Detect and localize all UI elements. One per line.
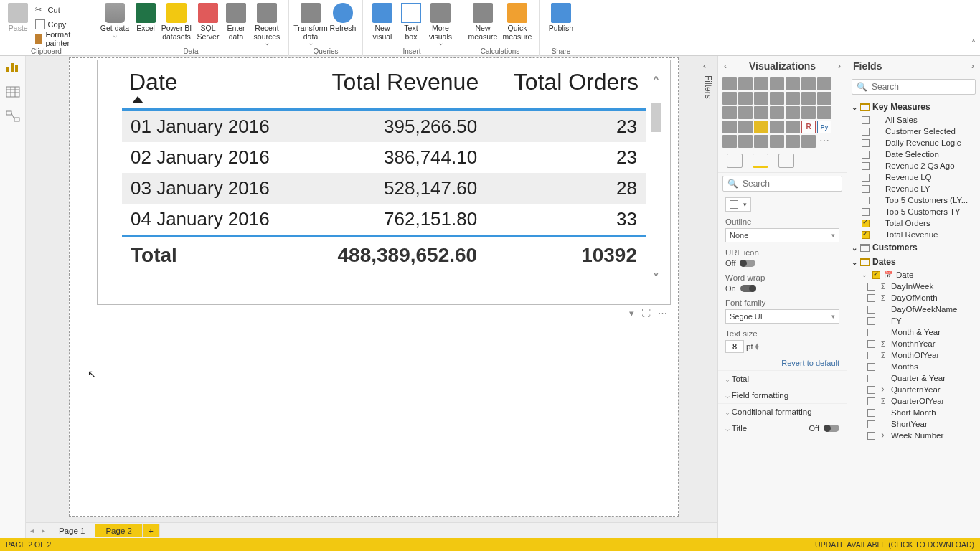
- key-influencers-icon[interactable]: [722, 135, 737, 148]
- 100-column-icon[interactable]: [801, 77, 816, 90]
- field-item[interactable]: ΣMonthnYear: [852, 338, 976, 349]
- chevron-right-icon[interactable]: ›: [838, 61, 841, 71]
- field-item[interactable]: ΣQuarternYear: [852, 384, 976, 395]
- table-row[interactable]: 01 January 2016395,266.5023: [122, 111, 646, 142]
- checkbox[interactable]: [867, 432, 875, 440]
- field-item[interactable]: All Sales: [852, 114, 976, 126]
- r-visual-icon[interactable]: R: [801, 121, 816, 133]
- clustered-column-icon[interactable]: [770, 77, 784, 90]
- scroll-up-icon[interactable]: ˄: [652, 75, 660, 93]
- py-visual-icon[interactable]: Py: [817, 121, 831, 133]
- checkbox[interactable]: [867, 363, 875, 371]
- url-icon-toggle[interactable]: Off: [725, 259, 839, 268]
- font-family-dropdown[interactable]: Segoe UI▾: [725, 309, 839, 324]
- multi-card-icon[interactable]: [738, 121, 753, 133]
- text-box-button[interactable]: Text box: [397, 1, 425, 41]
- filled-map-icon[interactable]: [801, 106, 816, 119]
- update-available-link[interactable]: UPDATE AVAILABLE (CLICK TO DOWNLOAD): [815, 540, 974, 549]
- total-section[interactable]: ⌵ Total: [718, 370, 847, 387]
- analytics-icon[interactable]: [778, 154, 794, 168]
- checkbox[interactable]: [867, 352, 875, 359]
- field-item[interactable]: ΣWeek Number: [852, 430, 976, 441]
- qa-icon[interactable]: [754, 135, 768, 148]
- title-section[interactable]: ⌵ TitleOff: [718, 420, 847, 436]
- 100-bar-icon[interactable]: [786, 77, 800, 90]
- viz-search-input[interactable]: [743, 179, 847, 189]
- excel-button[interactable]: Excel: [132, 1, 159, 33]
- ribbon-icon[interactable]: [786, 92, 800, 105]
- scatter-icon[interactable]: [722, 106, 737, 119]
- table-icon[interactable]: [754, 121, 768, 133]
- area-icon[interactable]: [722, 92, 737, 105]
- field-item[interactable]: Top 5 Customers (LY...: [852, 194, 976, 206]
- field-item[interactable]: Short Month: [852, 407, 976, 418]
- field-item[interactable]: Months: [852, 361, 976, 372]
- checkbox[interactable]: [862, 197, 870, 204]
- tab-page-2[interactable]: Page 2: [95, 524, 142, 537]
- field-item[interactable]: Revenue LY: [852, 183, 976, 194]
- refresh-button[interactable]: Refresh: [328, 1, 358, 33]
- fields-search[interactable]: 🔍: [852, 79, 976, 95]
- more-options-icon[interactable]: ⋯: [658, 308, 667, 319]
- table-visual[interactable]: Date Total Revenue Total Orders 01 Janua…: [97, 60, 671, 305]
- pbi-datasets-button[interactable]: Power BI datasets: [159, 1, 194, 41]
- font-color-dropdown[interactable]: ▾: [725, 197, 751, 212]
- tab-next-icon[interactable]: ▸: [37, 527, 49, 534]
- stacked-bar-icon[interactable]: [722, 77, 737, 90]
- checkbox[interactable]: [867, 340, 875, 348]
- model-view-icon[interactable]: [6, 110, 20, 122]
- card-icon[interactable]: [722, 121, 737, 133]
- checkbox[interactable]: [862, 174, 870, 182]
- tab-prev-icon[interactable]: ◂: [26, 527, 37, 534]
- conditional-formatting-section[interactable]: ⌵ Conditional formatting: [718, 403, 847, 420]
- checkbox[interactable]: [867, 329, 875, 336]
- checkbox[interactable]: [862, 128, 870, 136]
- gauge-icon[interactable]: [817, 106, 831, 119]
- field-item[interactable]: Revenue LQ: [852, 171, 976, 183]
- ribbon-collapse-icon[interactable]: ˄: [971, 39, 976, 49]
- decomposition-icon[interactable]: [738, 135, 753, 148]
- filter-icon[interactable]: ▾: [629, 308, 634, 319]
- checkbox[interactable]: [862, 116, 870, 124]
- checkbox[interactable]: [867, 420, 875, 428]
- outline-dropdown[interactable]: None▾: [725, 228, 839, 242]
- enter-data-button[interactable]: Enter data: [222, 1, 250, 41]
- recent-sources-button[interactable]: Recent sources⌵: [250, 1, 284, 47]
- field-item[interactable]: ⌄📅Date: [852, 269, 976, 281]
- transform-data-button[interactable]: Transform data⌵: [293, 1, 328, 47]
- new-measure-button[interactable]: New measure: [466, 1, 500, 41]
- paste-button[interactable]: Paste: [4, 1, 32, 33]
- map-icon[interactable]: [786, 106, 800, 119]
- text-size-spinner[interactable]: pt▴▾: [725, 340, 839, 353]
- chevron-left-icon[interactable]: ‹: [724, 61, 727, 71]
- col-header-revenue[interactable]: Total Revenue: [301, 65, 486, 95]
- fields-search-input[interactable]: [872, 82, 979, 92]
- funnel-icon[interactable]: [817, 92, 831, 105]
- clustered-bar-icon[interactable]: [754, 77, 768, 90]
- word-wrap-toggle[interactable]: On: [725, 284, 839, 293]
- field-item[interactable]: ΣMonthOfYear: [852, 349, 976, 361]
- format-painter-button[interactable]: Format painter: [32, 32, 88, 46]
- dates-group[interactable]: ⌄Dates: [852, 255, 976, 269]
- revert-default-link[interactable]: Revert to default: [718, 356, 847, 370]
- checkbox[interactable]: [862, 139, 870, 147]
- more-viz-icon[interactable]: ⋯: [817, 135, 831, 148]
- field-item[interactable]: Revenue 2 Qs Ago: [852, 160, 976, 171]
- add-page-button[interactable]: +: [143, 524, 160, 537]
- field-item[interactable]: Month & Year: [852, 326, 976, 338]
- cut-button[interactable]: ✂Cut: [32, 3, 88, 17]
- report-canvas[interactable]: Date Total Revenue Total Orders 01 Janua…: [26, 56, 717, 522]
- sql-server-button[interactable]: SQL Server: [194, 1, 222, 41]
- field-item[interactable]: Quarter & Year: [852, 372, 976, 384]
- field-item[interactable]: Customer Selected: [852, 126, 976, 137]
- field-item[interactable]: ΣDayInWeek: [852, 281, 976, 292]
- checkbox[interactable]: [862, 185, 870, 193]
- field-item[interactable]: Total Orders: [852, 217, 976, 229]
- table-row[interactable]: 02 January 2016386,744.1023: [122, 142, 646, 173]
- waterfall-icon[interactable]: [801, 92, 816, 105]
- col-header-orders[interactable]: Total Orders: [486, 65, 646, 95]
- field-formatting-section[interactable]: ⌵ Field formatting: [718, 387, 847, 403]
- publish-button[interactable]: Publish: [544, 1, 578, 33]
- arcgis-icon[interactable]: [786, 135, 800, 148]
- checkbox[interactable]: [867, 283, 875, 291]
